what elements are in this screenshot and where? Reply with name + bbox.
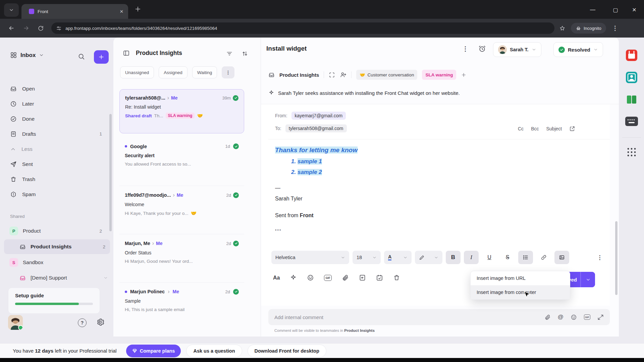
conversation-more-icon[interactable]: ⋮ [462, 45, 469, 53]
internal-comment-input[interactable]: Add internal comment @ GIF [268, 309, 610, 325]
delete-draft-icon[interactable] [393, 274, 400, 281]
text-style-toggle[interactable]: Aa [273, 275, 280, 281]
sidebar-item-spam[interactable]: Spam [0, 187, 113, 202]
settings-gear-icon[interactable] [96, 318, 105, 326]
window-minimize-button[interactable]: — [585, 5, 600, 15]
knowledge-base-app-icon[interactable] [626, 94, 637, 105]
tab-waiting[interactable]: Waiting [192, 66, 217, 78]
sidebar-item-demo-support[interactable]: [Demo] Support [0, 270, 113, 286]
cc-button[interactable]: Cc [518, 126, 524, 131]
bookmark-star-icon[interactable] [559, 25, 566, 32]
schedule-send-icon[interactable] [376, 274, 383, 281]
help-icon[interactable]: ? [78, 318, 87, 327]
conversation-item[interactable]: Marjun Polinec › Me 2d Sample Hi, This i… [119, 282, 244, 330]
ask-question-button[interactable]: Ask us a question [186, 345, 242, 357]
font-size-select[interactable]: 18 [353, 251, 381, 264]
sidebar-item-sandbox[interactable]: S Sandbox [0, 255, 113, 270]
popout-icon[interactable] [569, 126, 575, 132]
send-options-chevron-button[interactable] [581, 272, 595, 287]
mention-icon[interactable]: @ [558, 314, 564, 320]
highlight-color-button[interactable] [415, 251, 442, 264]
link-button[interactable] [536, 251, 551, 264]
italic-button[interactable]: I [464, 251, 479, 264]
conversation-item[interactable]: 1ffe09d7@moodjo... › Me 2d Welcome Hi Ka… [119, 186, 244, 234]
sidebar-item-less[interactable]: Less [0, 141, 113, 157]
new-tab-button[interactable] [134, 5, 142, 13]
user-avatar[interactable] [8, 315, 23, 330]
download-desktop-button[interactable]: Download Front for desktop [248, 345, 326, 357]
site-settings-icon[interactable] [56, 25, 62, 31]
gif-icon[interactable]: GIF [324, 275, 331, 281]
ai-sparkle-icon[interactable] [290, 274, 297, 281]
filter-icon[interactable] [226, 50, 233, 57]
search-icon[interactable] [78, 53, 85, 60]
reload-button[interactable] [38, 25, 44, 32]
address-bar[interactable]: app.frontapp.com/inboxes/teams/folders/3… [51, 22, 554, 34]
emoji-icon[interactable] [571, 314, 577, 320]
browser-menu-icon[interactable]: ⋮ [612, 24, 618, 32]
attachment-icon[interactable] [544, 314, 551, 320]
to-recipient-pill[interactable]: tylersarah508@gmail.com [285, 124, 347, 132]
menu-item-insert-from-url[interactable]: Insert image from URL [471, 271, 570, 285]
inbox-switcher[interactable]: Inbox [10, 52, 44, 59]
back-button[interactable] [8, 25, 15, 32]
underline-button[interactable]: U [482, 251, 497, 264]
expand-icon[interactable] [597, 314, 604, 320]
add-follower-icon[interactable] [340, 71, 346, 78]
sidebar-item-open[interactable]: Open [0, 81, 113, 96]
quoted-text-toggle[interactable]: ••• [275, 227, 358, 232]
tab-assigned[interactable]: Assigned [159, 66, 187, 78]
font-family-select[interactable]: Helvetica [271, 251, 349, 264]
more-tabs-button[interactable]: ⋮ [222, 66, 234, 78]
snooze-alarm-icon[interactable] [478, 45, 486, 53]
sort-icon[interactable] [241, 50, 248, 57]
text-color-button[interactable]: A [384, 251, 412, 264]
status-button[interactable]: Resolved [553, 42, 603, 57]
window-maximize-button[interactable]: ▢ [608, 5, 623, 15]
compose-button[interactable] [94, 50, 109, 64]
tab-close-icon[interactable]: ✕ [120, 9, 123, 14]
browser-tab[interactable]: Front ✕ [21, 4, 128, 19]
conversation-item[interactable]: Google 1d Security alert You allowed Fro… [119, 138, 244, 185]
subject-button[interactable]: Subject [546, 126, 562, 131]
toolbar-more-icon[interactable]: ⋮ [595, 251, 605, 264]
strikethrough-button[interactable]: S [500, 251, 515, 264]
list-button[interactable] [518, 251, 533, 264]
conversation-item-selected[interactable]: tylersarah508@... › Me 39m Re: Install w… [119, 89, 244, 133]
sidebar-scrollbar[interactable] [109, 114, 112, 231]
sidebar-item-sent[interactable]: Sent [0, 157, 113, 172]
assignee-button[interactable]: Sarah T. [493, 42, 541, 57]
sidebar-item-done[interactable]: Done [0, 111, 113, 126]
setup-guide-card[interactable]: Setup guide [8, 288, 100, 314]
shortcuts-keyboard-icon[interactable] [625, 117, 638, 126]
forward-button[interactable] [23, 25, 30, 32]
sidebar-item-drafts[interactable]: Drafts 1 [0, 126, 113, 141]
apps-grid-icon[interactable] [626, 146, 638, 158]
tag-customer-conversation[interactable]: 🤝 Customer conversation [356, 70, 417, 80]
gif-icon[interactable]: GIF [584, 314, 591, 320]
tab-unassigned[interactable]: Unassigned [120, 66, 154, 78]
window-close-button[interactable]: ✕ [627, 5, 642, 15]
conversation-item[interactable]: Marjun, Me › Me 2d Order Status Hi Marju… [119, 234, 244, 282]
sidebar-item-trash[interactable]: Trash [0, 172, 113, 187]
sidebar-item-product[interactable]: P Product 2 [0, 223, 113, 239]
sidebar-item-later[interactable]: Later [0, 96, 113, 111]
contacts-app-icon[interactable] [626, 72, 637, 83]
collapse-panel-icon[interactable] [123, 50, 130, 57]
message-scrollbar[interactable] [615, 221, 618, 295]
tag-sla-warning[interactable]: SLA warning [422, 70, 456, 80]
compare-plans-button[interactable]: Compare plans [126, 345, 181, 357]
canned-response-icon[interactable] [359, 274, 366, 281]
menu-item-insert-from-computer[interactable]: Insert image from computer [471, 285, 570, 299]
bold-button[interactable]: B [446, 251, 461, 264]
attachment-icon[interactable] [342, 274, 349, 281]
ticket-icon[interactable] [329, 72, 335, 78]
bcc-button[interactable]: Bcc [531, 126, 539, 131]
sidebar-item-product-insights[interactable]: Product Insights 2 [4, 239, 110, 254]
insert-image-button[interactable] [554, 251, 569, 264]
add-tag-icon[interactable] [461, 72, 467, 78]
calendar-app-icon[interactable] [626, 50, 637, 61]
tab-search-button[interactable] [4, 3, 19, 17]
email-body[interactable]: Thanks for letting me know 1. sample 1 2… [275, 146, 358, 232]
emoji-icon[interactable] [307, 274, 314, 281]
